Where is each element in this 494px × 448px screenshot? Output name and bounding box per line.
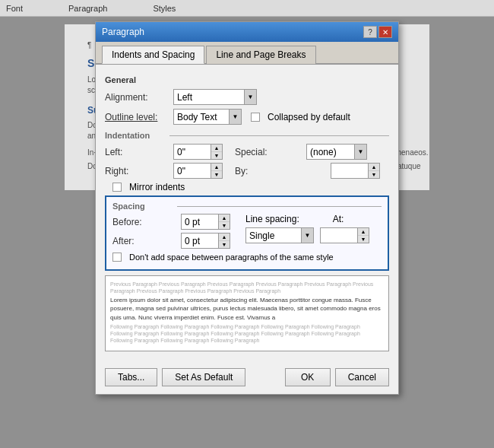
line-spacing-row: Single ▼ ▲ ▼ — [245, 227, 369, 243]
tab-bar: Indents and Spacing Line and Page Breaks — [96, 42, 398, 65]
before-input[interactable]: 0 pt — [181, 214, 219, 230]
dont-add-row: Don't add space between paragraphs of th… — [112, 253, 382, 262]
paragraph-dialog: Paragraph ? ✕ Indents and Spacing Line a… — [95, 21, 399, 395]
outline-label: Outline level: — [105, 112, 173, 122]
dialog-titlebar: Paragraph ? ✕ — [96, 22, 398, 42]
by-down[interactable]: ▼ — [369, 171, 379, 178]
mirror-checkbox[interactable] — [112, 183, 122, 192]
at-spinner-btns: ▲ ▼ — [358, 227, 369, 243]
alignment-select[interactable]: Left ▼ — [173, 89, 257, 105]
right-indent-input[interactable]: 0" — [173, 163, 211, 179]
by-spinner-btns: ▲ ▼ — [369, 163, 380, 179]
collapsed-label: Collapsed by default — [268, 112, 350, 122]
dont-add-checkbox[interactable] — [112, 253, 122, 262]
after-spinner: 0 pt ▲ ▼ — [181, 233, 230, 249]
set-default-button[interactable]: Set As Default — [162, 368, 245, 386]
line-spacing-arrow: ▼ — [301, 228, 313, 243]
preview-prev-para: Previous Paragraph Previous Paragraph Pr… — [110, 281, 384, 294]
close-button[interactable]: ✕ — [378, 26, 392, 38]
after-spinner-btns: ▲ ▼ — [219, 233, 230, 249]
alignment-arrow: ▼ — [244, 90, 256, 104]
mirror-row: Mirror indents — [112, 182, 389, 192]
mirror-label: Mirror indents — [129, 182, 185, 192]
collapsed-checkbox[interactable] — [251, 113, 260, 122]
special-arrow: ▼ — [354, 145, 366, 159]
left-indent-up[interactable]: ▲ — [211, 145, 222, 152]
spacing-section: Spacing Before: 0 pt ▲ ▼ — [105, 195, 389, 271]
right-indent-spinner-btns: ▲ ▼ — [211, 163, 223, 179]
general-section-label: General — [105, 75, 389, 84]
outline-arrow: ▼ — [229, 110, 241, 124]
right-indent-down[interactable]: ▼ — [211, 171, 222, 178]
cancel-button[interactable]: Cancel — [335, 368, 389, 386]
after-label: After: — [112, 236, 181, 246]
right-indent-up[interactable]: ▲ — [211, 164, 222, 171]
before-up[interactable]: ▲ — [219, 214, 230, 222]
before-down[interactable]: ▼ — [219, 222, 230, 229]
left-indent-label: Left: — [105, 147, 173, 157]
tab-indents-spacing[interactable]: Indents and Spacing — [102, 46, 204, 64]
line-spacing-label: Line spacing: — [245, 214, 299, 224]
help-button[interactable]: ? — [363, 26, 377, 38]
dialog-footer: Tabs... Set As Default OK Cancel — [96, 365, 398, 394]
after-row: After: 0 pt ▲ ▼ — [112, 233, 230, 249]
spacing-content: Before: 0 pt ▲ ▼ After: — [112, 214, 382, 249]
dialog-controls: ? ✕ — [363, 26, 392, 38]
right-indent-label: Right: — [105, 166, 173, 176]
special-label: Special: — [235, 147, 303, 157]
left-indent-spinner: 0" ▲ ▼ — [173, 144, 223, 160]
indent-rows: Left: 0" ▲ ▼ Special: (none) ▼ Ri — [105, 144, 389, 179]
preview-main-text: Lorem ipsum dolor sit amet, consectetur … — [110, 296, 384, 322]
right-indent-spinner: 0" ▲ ▼ — [173, 163, 223, 179]
after-input[interactable]: 0 pt — [181, 233, 219, 249]
alignment-row: Alignment: Left ▼ — [105, 89, 389, 105]
by-input[interactable] — [331, 163, 369, 179]
left-indent-row: Left: 0" ▲ ▼ Special: (none) ▼ — [105, 144, 389, 160]
right-indent-row: Right: 0" ▲ ▼ By: ▲ — [105, 163, 389, 179]
preview-after-text: Following Paragraph Following Paragraph … — [110, 323, 384, 344]
spacing-left: Before: 0 pt ▲ ▼ After: — [112, 214, 230, 249]
at-label: At: — [333, 214, 344, 224]
before-spinner: 0 pt ▲ ▼ — [181, 214, 230, 230]
by-label: By: — [235, 166, 303, 176]
by-up[interactable]: ▲ — [369, 164, 379, 171]
line-spacing-select[interactable]: Single ▼ — [245, 227, 314, 243]
at-input[interactable] — [320, 227, 358, 243]
preview-section: Previous Paragraph Previous Paragraph Pr… — [105, 275, 389, 351]
before-spinner-btns: ▲ ▼ — [219, 214, 230, 230]
after-up[interactable]: ▲ — [219, 234, 230, 241]
before-label: Before: — [112, 217, 181, 227]
left-indent-spinner-btns: ▲ ▼ — [211, 144, 223, 160]
at-up[interactable]: ▲ — [358, 228, 369, 236]
tab-line-page-breaks[interactable]: Line and Page Breaks — [206, 46, 315, 64]
spacing-section-label: Spacing — [112, 202, 382, 211]
dont-add-label: Don't add space between paragraphs of th… — [129, 253, 334, 262]
after-down[interactable]: ▼ — [219, 241, 230, 248]
at-down[interactable]: ▼ — [358, 236, 369, 243]
outline-select[interactable]: Body Text ▼ — [173, 109, 242, 125]
dialog-body: General Alignment: Left ▼ Outline level:… — [96, 65, 398, 365]
at-spinner: ▲ ▼ — [320, 227, 369, 243]
left-indent-down[interactable]: ▼ — [211, 152, 222, 159]
spacing-right: Line spacing: At: Single ▼ — [245, 214, 369, 243]
left-indent-input[interactable]: 0" — [173, 144, 211, 160]
ok-button[interactable]: OK — [285, 368, 331, 386]
line-spacing-label-row: Line spacing: At: — [245, 214, 369, 224]
by-spinner: ▲ ▼ — [331, 163, 380, 179]
special-select[interactable]: (none) ▼ — [306, 144, 367, 160]
before-row: Before: 0 pt ▲ ▼ — [112, 214, 230, 230]
indentation-section-label: Indentation — [105, 131, 389, 140]
alignment-label: Alignment: — [105, 92, 173, 103]
outline-row: Outline level: Body Text ▼ Collapsed by … — [105, 109, 389, 125]
tabs-button[interactable]: Tabs... — [105, 368, 157, 386]
dialog-title: Paragraph — [102, 27, 144, 37]
